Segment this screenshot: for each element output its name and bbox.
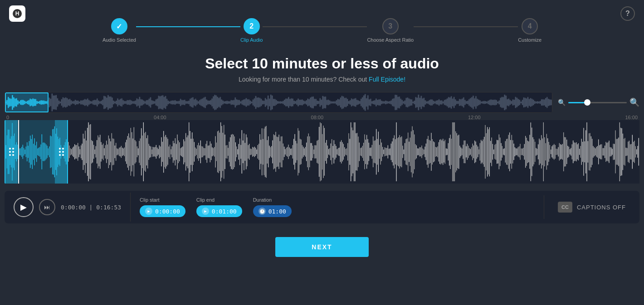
waveform-canvas [5,120,639,184]
connector-3-4 [414,26,518,27]
waveform-selection[interactable] [5,120,68,184]
duration-group: Duration 🕐 01:00 [253,197,292,217]
timeline-area: 0 04:00 08:00 12:00 16:00 [5,115,639,120]
clip-end-button[interactable]: ▶ 0:01:00 [196,205,242,217]
page-title: Select 10 minutes or less of audio [0,55,644,72]
stepper: ✓ Audio Selected 2 Clip Audio 3 Choose A… [0,5,644,43]
overview-waves: // Generate random waveform bars via JS … [5,92,552,112]
controls-bar: ▶ ⏭ 0:00:00 | 0:16:53 Clip start ▶ 0:00:… [5,191,639,223]
step-1-circle: ✓ [111,18,127,34]
clip-times: Clip start ▶ 0:00:00 Clip end ▶ 0:01:00 … [130,193,544,222]
subtitle: Looking for more than 10 minutes? Check … [0,76,644,83]
clip-end-group: Clip end ▶ 0:01:00 [196,197,242,217]
connector-2-3 [263,26,367,27]
main-heading: Select 10 minutes or less of audio Looki… [0,55,644,83]
clip-end-value: 0:01:00 [212,208,237,215]
next-button[interactable]: NEXT [275,237,368,257]
clip-end-icon: ▶ [202,208,209,215]
left-handle-dots [9,148,14,156]
zoom-controls: 🔍 🔍 [558,97,639,107]
timeline-label-0: 0 [6,115,9,120]
timeline-label-1: 04:00 [154,115,166,120]
timeline-label-3: 12:00 [468,115,481,120]
timeline-labels: 0 04:00 08:00 12:00 16:00 [5,115,639,120]
right-handle-dots [59,148,64,156]
clip-start-label: Clip start [140,197,159,203]
duration-button[interactable]: 🕐 01:00 [253,205,292,217]
clip-start-icon: ▶ [145,208,152,215]
step-4-label: Customize [518,37,542,43]
clip-start-group: Clip start ▶ 0:00:00 [140,197,185,217]
subtitle-pre: Looking for more than 10 minutes? Check … [239,76,369,83]
clip-start-button[interactable]: ▶ 0:00:00 [140,205,185,217]
timeline-label-2: 08:00 [311,115,324,120]
waveform-overview[interactable]: // Generate random waveform bars via JS … [5,92,552,113]
clip-start-value: 0:00:00 [155,208,180,215]
skip-button[interactable]: ⏭ [39,199,55,215]
step-1-label: Audio Selected [102,37,136,43]
overview-waveform-svg: // Generate random waveform bars via JS … [7,93,550,111]
duration-label: Duration [253,197,272,203]
duration-icon: 🕐 [259,208,266,215]
step-3-label: Choose Aspect Ratio [367,37,414,43]
step-2: 2 Clip Audio [240,18,263,43]
waveform-overview-area: // Generate random waveform bars via JS … [5,92,639,113]
overview-selection[interactable] [5,92,49,112]
step-3: 3 Choose Aspect Ratio [367,18,414,43]
play-button[interactable]: ▶ [14,197,34,217]
waveform-main[interactable] [5,120,639,184]
playback-controls: ▶ ⏭ 0:00:00 | 0:16:53 [5,191,130,223]
next-button-container: NEXT [0,237,644,257]
clip-end-label: Clip end [196,197,215,203]
step-4: 4 Customize [518,18,542,43]
step-4-circle: 4 [522,18,538,34]
duration-value: 01:00 [268,208,286,215]
skip-icon: ⏭ [44,203,50,211]
captions-label[interactable]: CAPTIONS OFF [577,204,626,211]
zoom-slider[interactable] [568,102,627,103]
captions-area: CC CAPTIONS OFF [544,195,639,219]
step-3-circle: 3 [382,18,399,34]
selection-handle-left[interactable] [5,120,18,184]
play-icon: ▶ [20,202,27,212]
zoom-out-icon[interactable]: 🔍 [558,99,566,106]
selection-handle-right[interactable] [55,120,68,184]
timeline-label-4: 16:00 [625,115,638,120]
connector-1-2 [136,26,240,27]
time-display: 0:00:00 | 0:16:53 [61,204,121,211]
zoom-in-icon[interactable]: 🔍 [629,97,639,107]
step-2-label: Clip Audio [240,37,263,43]
full-episode-link[interactable]: Full Episode! [369,76,405,83]
step-2-circle: 2 [244,18,260,34]
cc-icon: CC [558,202,572,213]
step-1: ✓ Audio Selected [102,18,136,43]
cc-label: CC [561,204,569,210]
